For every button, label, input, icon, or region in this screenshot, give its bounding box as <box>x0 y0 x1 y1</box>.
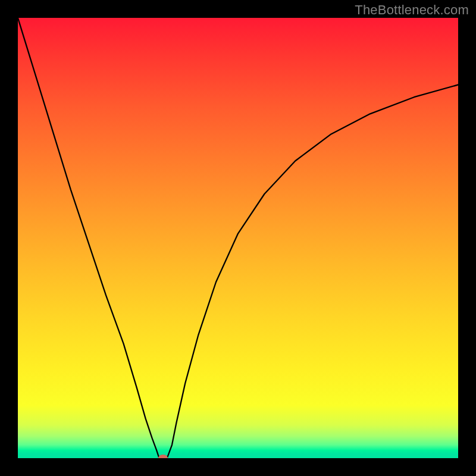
chart-frame: TheBottleneck.com <box>0 0 476 476</box>
plot-area <box>18 18 458 458</box>
bottleneck-curve <box>18 18 458 458</box>
curve-layer <box>18 18 458 458</box>
minimum-marker <box>158 455 168 458</box>
watermark-text: TheBottleneck.com <box>355 2 469 18</box>
